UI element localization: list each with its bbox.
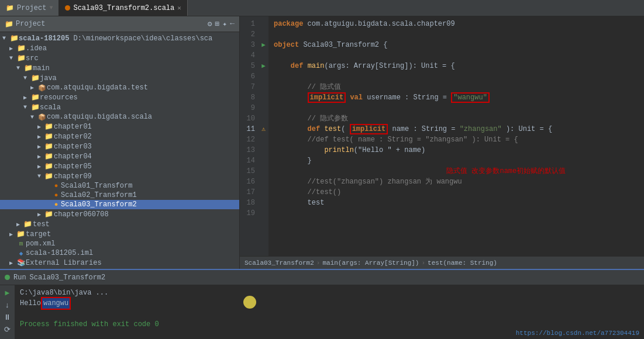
folder-icon: 📁: [44, 132, 54, 141]
tree-item[interactable]: ▶ 📁 target: [0, 229, 239, 239]
tree-item[interactable]: ▶ 📁 chapter03: [0, 141, 239, 151]
file-tab-close[interactable]: ✕: [177, 4, 181, 12]
tree-item[interactable]: ▶ 📁 resources: [0, 92, 239, 102]
chevron-down-icon: ▼: [23, 104, 30, 110]
tree-item[interactable]: ▶ 📁 chapter02: [0, 132, 239, 141]
run-output-wangwu: wangwu: [41, 297, 71, 310]
settings-icon[interactable]: ✦: [222, 19, 227, 29]
warn-gutter-icon-11: ⚠: [261, 124, 266, 134]
run-url-text[interactable]: https://blog.csdn.net/a772304419: [516, 330, 639, 337]
line-num-14: 14: [242, 155, 255, 166]
tree-item-label: pom.xml: [26, 240, 55, 248]
tree-item[interactable]: ▼ 📁 main: [0, 63, 239, 73]
tree-item[interactable]: ▶ 📁 chapter04: [0, 151, 239, 161]
code-line-17: //test(): [274, 187, 639, 198]
tree-item[interactable]: ▼ 📁 chapter09: [0, 171, 239, 181]
run-tab[interactable]: Scala03_Transform2: [30, 274, 106, 282]
line-num-11: 11: [242, 124, 255, 134]
iml-icon: ◆: [16, 250, 26, 257]
breadcrumb-item-2: main(args: Array[String]): [322, 260, 419, 267]
tree-item[interactable]: ▼ 📁 src: [0, 53, 239, 63]
line-num-12: 12: [242, 134, 255, 145]
tree-item[interactable]: ▼ 📦 com.atquiqu.bigdata.scala: [0, 112, 239, 122]
tree-item[interactable]: ◆ scala-181205.iml: [0, 248, 239, 258]
project-tab[interactable]: 📁 Project ▼: [0, 0, 59, 16]
line-num-10: 10: [242, 113, 255, 124]
tree-item[interactable]: ▼ 📁 scala-181205 D:\mineworkspace\idea\c…: [0, 33, 239, 43]
expand-icon[interactable]: ⊞: [215, 19, 220, 29]
chevron-down-icon: ▼: [37, 173, 44, 179]
tree-item[interactable]: ▼ 📁 java: [0, 73, 239, 83]
code-area[interactable]: package com.atguigu.bigdata.scala.chapte…: [269, 16, 644, 256]
chevron-right-icon: ▶: [37, 163, 44, 170]
run-pause-button[interactable]: ⏸: [2, 312, 13, 323]
line-num-7: 7: [242, 82, 255, 92]
run-gutter-icon-5[interactable]: ▶: [261, 61, 266, 71]
code-line-8: implicit val username : String = "wangwu…: [274, 92, 639, 103]
tree-item[interactable]: ▶ 📁 .idea: [0, 43, 239, 53]
tree-item[interactable]: ▶ 📁 chapter01: [0, 122, 239, 132]
tree-item-selected[interactable]: ● Scala03_Transform2: [0, 200, 239, 209]
code-line-18: test: [274, 198, 639, 208]
line-num-5: 5: [242, 61, 255, 71]
run-gutter-icon-3[interactable]: ▶: [261, 40, 266, 50]
chevron-right-icon: ▶: [37, 133, 44, 140]
folder-icon: 📁: [44, 152, 54, 161]
tree-item-label: chapter05: [54, 162, 92, 171]
run-output-line-3: [20, 309, 507, 319]
folder-icon: 📁: [30, 103, 40, 112]
project-tab-label: Project: [17, 4, 46, 12]
tree-item-label: main: [33, 64, 50, 72]
line-num-19: 19: [242, 208, 255, 219]
run-body: ▶ ↓ ⏸ ⟳ C:\java8\bin\java ... Hello wang…: [0, 285, 644, 339]
chevron-right-icon: ▶: [9, 260, 16, 267]
line-num-2: 2: [242, 29, 255, 40]
run-label: Run: [13, 274, 26, 282]
tree-item[interactable]: ▶ 📁 chapter05: [0, 161, 239, 171]
chevron-right-icon: ▶: [37, 143, 44, 150]
run-output-line-2: Hello wangwu: [20, 298, 507, 309]
tree-item-label: com.atquiqu.bigdata.test: [47, 84, 148, 92]
code-line-14: }: [274, 155, 639, 166]
file-tab[interactable]: Scala03_Transform2.scala ✕: [59, 0, 187, 16]
gutter: ▶ ▶ ⚠: [259, 16, 269, 256]
editor-content[interactable]: 1 2 3 4 5 6 7 8 9 10 11 12 13 14 15 16 1: [240, 16, 644, 256]
tree-item[interactable]: ▼ 📁 scala: [0, 102, 239, 112]
breadcrumb-bar: Scala03_Transform2 › main(args: Array[St…: [240, 256, 644, 269]
chevron-down-icon: ▼: [2, 35, 9, 41]
project-header-title: Project: [16, 20, 45, 28]
line-num-1: 1: [242, 19, 255, 29]
tree-item[interactable]: m pom.xml: [0, 239, 239, 248]
collapse-icon[interactable]: ←: [230, 19, 235, 29]
run-play-button[interactable]: ▶: [2, 288, 13, 298]
tree-item[interactable]: ▶ 📁 test: [0, 219, 239, 229]
tree-item-label: src: [26, 54, 39, 63]
tree-item-label: External Libraries: [26, 259, 102, 267]
line-num-17: 17: [242, 187, 255, 198]
run-output-line-4: Process finished with exit code 0: [20, 319, 507, 330]
tab-bar: 📁 Project ▼ Scala03_Transform2.scala ✕: [0, 0, 644, 16]
gear-icon[interactable]: ⚙: [208, 19, 212, 29]
chevron-right-icon: ▶: [37, 123, 44, 130]
tree-item-label: target: [26, 230, 51, 238]
run-down-button[interactable]: ↓: [2, 300, 13, 310]
tree-item[interactable]: ● Scala01_Transform: [0, 181, 239, 191]
scala-file-icon: ●: [51, 201, 61, 208]
folder-icon: 📁: [44, 162, 54, 171]
run-output: C:\java8\bin\java ... Hello wangwu Proce…: [15, 285, 511, 339]
folder-icon: 📁: [16, 44, 26, 53]
tree-item[interactable]: ▶ 📁 chapter060708: [0, 209, 239, 219]
chevron-right-icon: ▶: [9, 231, 16, 238]
folder-icon: 📁: [44, 210, 54, 219]
tree-item[interactable]: ● Scala02_Transform1: [0, 191, 239, 200]
scala-file-icon: ●: [51, 182, 61, 189]
tree-item[interactable]: ▶ 📚 External Libraries: [0, 258, 239, 268]
main-content: 📁 Project ⚙ ⊞ ✦ ← ▼ 📁 scala-181205 D:\mi…: [0, 16, 644, 269]
run-reload-button[interactable]: ⟳: [2, 324, 13, 335]
tree-item[interactable]: ▶ 📦 com.atquiqu.bigdata.test: [0, 83, 239, 92]
project-tree[interactable]: ▼ 📁 scala-181205 D:\mineworkspace\idea\c…: [0, 32, 239, 269]
code-line-10: // 隐式参数: [274, 113, 639, 124]
line-num-6: 6: [242, 71, 255, 82]
breadcrumb-sep-2: ›: [421, 260, 425, 267]
tree-item-label: Scala03_Transform2: [61, 200, 137, 209]
